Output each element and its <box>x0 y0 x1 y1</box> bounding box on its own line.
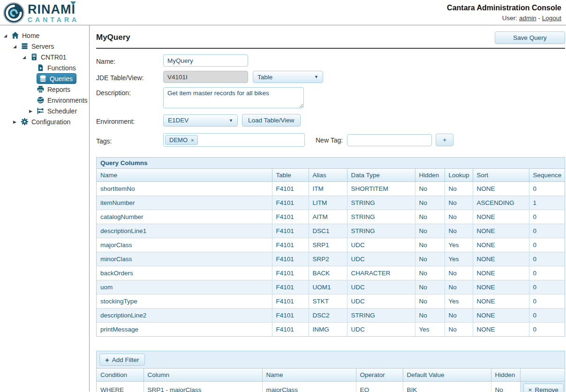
sidebar-item-home[interactable]: ◢ Home <box>0 30 89 41</box>
column-header: Sort <box>473 169 529 182</box>
table-cell: NONE <box>473 309 529 323</box>
table-cell: SHORTITEM <box>347 182 415 196</box>
table-cell: descriptionLine2 <box>97 309 272 323</box>
table-cell: NONE <box>473 252 529 266</box>
table-cell: F4101 <box>272 196 309 210</box>
column-header: Name <box>97 169 272 182</box>
sidebar-item-scheduler[interactable]: ▶ Scheduler <box>0 106 89 116</box>
column-header: Alias <box>309 169 347 182</box>
remove-tag-icon[interactable]: × <box>191 137 194 143</box>
load-table-view-button[interactable]: Load Table/View <box>242 114 301 127</box>
sidebar-item-reports[interactable]: Reports <box>0 84 89 95</box>
environment-value: E1DEV <box>168 117 189 124</box>
sidebar-item-label: Scheduler <box>47 107 77 115</box>
sidebar-item-environments[interactable]: Environments <box>0 95 89 106</box>
name-input[interactable] <box>163 54 248 67</box>
table-view-label: JDE Table/View: <box>96 72 163 82</box>
expand-triangle-icon[interactable]: ◢ <box>4 33 11 38</box>
selected-item-highlight: Queries <box>37 73 76 84</box>
table-cell: 0 <box>529 294 565 309</box>
table-cell: F4101 <box>272 323 309 337</box>
table-cell: F4101 <box>272 280 309 294</box>
table-cell: No <box>445 196 473 210</box>
table-cell: DSC1 <box>309 224 347 238</box>
table-cell: 0 <box>529 266 565 280</box>
expand-triangle-icon[interactable]: ◢ <box>13 44 21 49</box>
remove-filter-button[interactable]: × Remove <box>523 384 564 392</box>
sidebar-item-label: Functions <box>47 64 76 72</box>
tag-chip-demo: DEMO × <box>165 135 198 145</box>
table-header-row: ConditionColumnNameOperatorDefault Value… <box>97 369 565 382</box>
table-cell: shortItemNo <box>97 182 272 196</box>
table-cell: UDC <box>347 294 415 309</box>
add-filter-button[interactable]: + Add Filter <box>99 354 145 366</box>
filter-action-cell: × Remove <box>520 382 565 392</box>
logo-line2: CANTARA <box>28 16 79 23</box>
sidebar-item-queries[interactable]: Queries <box>0 73 89 84</box>
collapse-triangle-icon[interactable]: ▶ <box>29 109 37 113</box>
sidebar-item-cntr01[interactable]: ◢ CNTR01 <box>0 52 89 62</box>
table-type-select[interactable]: Table ▼ <box>253 71 323 83</box>
table-cell: No <box>445 266 473 280</box>
environment-label: Environment: <box>96 116 163 125</box>
table-cell: F4101 <box>272 252 309 266</box>
table-cell: 0 <box>529 323 565 337</box>
sidebar-item-functions[interactable]: Functions <box>0 62 89 73</box>
table-cell: BACK <box>309 266 347 280</box>
environment-select[interactable]: E1DEV ▼ <box>163 114 238 127</box>
table-row: catalogNumberF4101AITMSTRINGNoNoNONE0 <box>97 210 565 224</box>
logout-link[interactable]: Logout <box>542 15 561 22</box>
column-header: Column <box>143 369 262 382</box>
home-icon <box>11 31 20 39</box>
table-cell: STRING <box>347 196 415 210</box>
app-header: RINAMI CANTARA Cantara Administration Co… <box>0 0 566 25</box>
collapse-triangle-icon[interactable]: ▶ <box>13 120 21 124</box>
app-title: Cantara Administration Console <box>447 4 561 12</box>
table-cell: F4101 <box>272 210 309 224</box>
expand-triangle-icon[interactable]: ◢ <box>23 55 30 60</box>
chevron-down-icon: ▼ <box>229 118 233 123</box>
new-tag-input[interactable] <box>347 134 432 146</box>
tags-container[interactable]: DEMO × <box>163 133 305 147</box>
filters-panel: + Add Filter ConditionColumnNameOperator… <box>96 351 565 392</box>
table-cell: No <box>445 323 473 337</box>
sidebar-item-configuration[interactable]: ▶ Configuration <box>0 116 89 127</box>
sidebar-item-servers[interactable]: ◢ Servers <box>0 41 89 52</box>
query-columns-title: Query Columns <box>97 158 565 169</box>
table-cell: STRING <box>347 309 415 323</box>
table-cell: NONE <box>473 323 529 337</box>
close-icon: × <box>528 386 532 392</box>
column-header: Lookup <box>445 169 473 182</box>
navigation-tree: ◢ Home ◢ Servers ◢ CNTR01 Functions <box>0 25 89 392</box>
filter-operator-cell: EQ <box>356 382 403 392</box>
save-query-button[interactable]: Save Query <box>495 31 565 44</box>
database-icon <box>39 75 48 83</box>
filters-table: ConditionColumnNameOperatorDefault Value… <box>97 369 565 392</box>
table-cell: SRP2 <box>309 252 347 266</box>
table-cell: NONE <box>473 238 529 252</box>
table-cell: F4101 <box>272 224 309 238</box>
tags-label: Tags: <box>96 136 163 145</box>
table-cell: DSC2 <box>309 309 347 323</box>
table-cell: STRING <box>347 224 415 238</box>
table-row: stockingTypeF4101STKTUDCNoYesNONE0 <box>97 294 565 309</box>
table-cell: Yes <box>445 294 473 309</box>
add-tag-button[interactable]: + <box>436 134 453 146</box>
table-cell: 0 <box>529 280 565 294</box>
user-name-link[interactable]: admin <box>519 15 536 22</box>
sidebar-item-label: Reports <box>47 86 70 93</box>
table-cell: STRING <box>347 210 415 224</box>
table-type-value: Table <box>257 74 272 81</box>
table-cell: uom <box>97 280 272 294</box>
table-cell: 0 <box>529 238 565 252</box>
chevron-down-icon: ▼ <box>314 75 318 79</box>
add-filter-label: Add Filter <box>112 356 139 363</box>
table-cell: No <box>445 280 473 294</box>
table-cell: NONE <box>473 266 529 280</box>
page-title: MyQuery <box>96 33 130 42</box>
table-row: backOrdersF4101BACKCHARACTERNoNoNONE0 <box>97 266 565 280</box>
table-cell: No <box>445 309 473 323</box>
server-icon <box>30 53 39 61</box>
description-textarea[interactable]: Get item master records for all bikes <box>163 87 304 108</box>
column-header: Sequence <box>529 169 565 182</box>
